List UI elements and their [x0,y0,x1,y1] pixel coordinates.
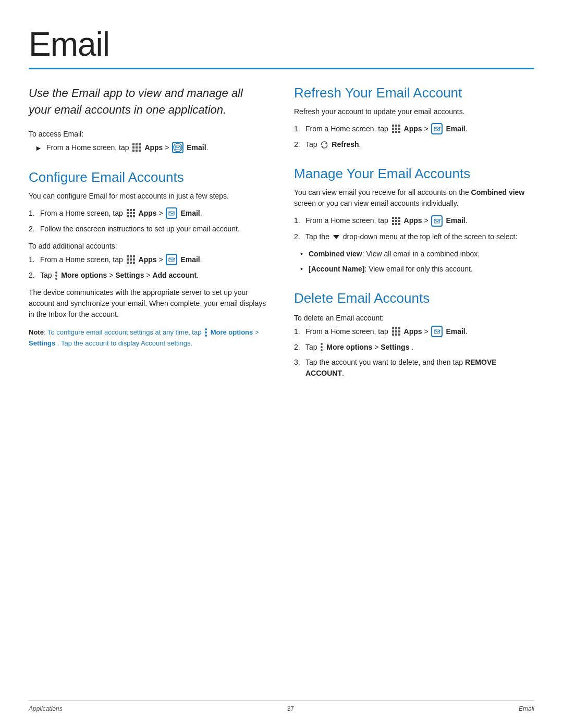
refresh-section-title: Refresh Your Email Account [294,85,534,101]
svg-rect-37 [392,125,394,127]
title-divider [29,68,534,69]
svg-rect-65 [395,334,397,336]
configure-steps-list: 1. From a Home screen, tap Apps > Email.… [29,208,269,235]
footer-right: Email [519,705,534,712]
svg-rect-28 [130,262,132,264]
configure-step-2: 2. Follow the onscreen instructions to s… [29,224,269,235]
delete-step-1: 1. From a Home screen, tap Apps > Email. [294,326,534,338]
delete-steps-list: 1. From a Home screen, tap Apps > Email.… [294,326,534,379]
svg-rect-2 [139,143,141,145]
svg-rect-52 [395,220,397,222]
svg-point-69 [321,346,323,348]
dropdown-arrow-icon [333,235,339,239]
svg-point-35 [205,331,207,334]
svg-rect-25 [130,258,132,261]
email-app-icon-c1 [166,207,177,219]
delete-step-3: 3. Tap the account you want to delete, a… [294,357,534,379]
manage-step-2: 2. Tap the drop-down menu at the top lef… [294,231,534,242]
access-step: ► From a Home screen, tap Apps > Email. [35,142,269,154]
apps-grid-icon-r1 [391,124,401,133]
svg-point-33 [55,278,57,280]
svg-rect-24 [127,258,129,261]
note-label: Note [29,328,44,336]
svg-rect-53 [398,220,400,222]
configure-add-step-2: 2. Tap More options > Settings > Add acc… [29,270,269,281]
refresh-step-2: 2. Tap Refresh. [294,139,534,150]
delete-step-2: 2. Tap More options > Settings . [294,342,534,353]
apps-grid-icon [132,143,141,152]
intro-text: Use the Email app to view and manage all… [29,85,253,118]
more-options-icon-d2 [320,342,323,352]
main-content: Use the Email app to view and manage all… [29,85,534,385]
svg-rect-48 [392,217,394,219]
svg-rect-38 [395,125,397,127]
svg-rect-13 [133,209,135,211]
svg-rect-44 [395,131,397,133]
email-app-icon-d1 [431,326,443,337]
svg-rect-23 [133,255,135,257]
configure-desc: You can configure Email for most account… [29,191,269,202]
apps-grid-icon-c1 [126,208,136,218]
svg-rect-27 [127,262,129,264]
email-label: Email [187,143,206,151]
arrow-icon: ► [35,144,42,152]
svg-rect-1 [136,143,138,145]
svg-rect-51 [392,220,394,222]
note-more-options: More options [211,328,253,336]
svg-rect-29 [133,262,135,264]
access-step-text: From a Home screen, tap Apps > Email. [46,142,209,154]
svg-rect-0 [132,143,134,145]
svg-rect-39 [398,125,400,127]
note-settings: Settings [29,339,55,347]
left-column: Use the Email app to view and manage all… [29,85,269,385]
refresh-step-1: 1. From a Home screen, tap Apps > Email. [294,124,534,135]
configure-device-desc: The device communicates with the appropr… [29,287,269,320]
page: Email Use the Email app to view and mana… [0,0,563,728]
svg-rect-55 [395,223,397,225]
svg-point-36 [205,335,207,337]
svg-rect-63 [398,330,400,332]
configure-note: Note: To configure email account setting… [29,327,269,348]
svg-rect-12 [130,209,132,211]
svg-rect-7 [136,150,138,152]
more-options-icon-note [204,328,207,337]
svg-rect-45 [398,131,400,133]
svg-rect-11 [127,209,129,211]
manage-section-title: Manage Your Email Accounts [294,166,534,182]
svg-rect-60 [398,327,400,329]
configure-section-title: Configure Email Accounts [29,169,269,186]
apps-grid-icon-ca1 [126,255,136,264]
delete-section-title: Delete Email Accounts [294,290,534,306]
footer-left: Applications [29,705,63,712]
right-column: Refresh Your Email Account Refresh your … [294,85,534,385]
refresh-circular-icon [320,141,328,149]
configure-step-1: 1. From a Home screen, tap Apps > Email. [29,208,269,219]
remove-account-label: REMOVE ACCOUNT [305,358,497,377]
manage-bullet-combined: Combined view: View all email in a combi… [299,249,534,260]
email-app-icon-m1 [431,215,443,227]
apps-grid-icon-d1 [391,327,401,336]
configure-add-step-1: 1. From a Home screen, tap Apps > Email. [29,254,269,266]
svg-rect-41 [395,128,397,130]
svg-rect-61 [392,330,394,332]
email-app-icon-ca1 [166,254,177,265]
svg-rect-56 [398,223,400,225]
svg-rect-54 [392,223,394,225]
svg-rect-43 [392,131,394,133]
svg-rect-59 [395,327,397,329]
svg-rect-18 [130,215,132,217]
svg-rect-4 [136,146,138,149]
svg-point-70 [321,349,323,351]
configure-add-steps-list: 1. From a Home screen, tap Apps > Email.… [29,254,269,281]
svg-rect-26 [133,258,135,261]
refresh-desc: Refresh your account to update your emai… [294,106,534,117]
svg-point-32 [55,275,57,277]
more-options-icon-ca2 [55,271,58,280]
apps-label: Apps [144,143,163,151]
svg-rect-50 [398,217,400,219]
apps-grid-icon-m1 [391,216,401,226]
svg-rect-58 [392,327,394,329]
footer-page-number: 37 [287,705,294,712]
manage-bullet-account: [Account Name]: View email for only this… [299,264,534,275]
email-app-icon-r1 [431,123,443,134]
